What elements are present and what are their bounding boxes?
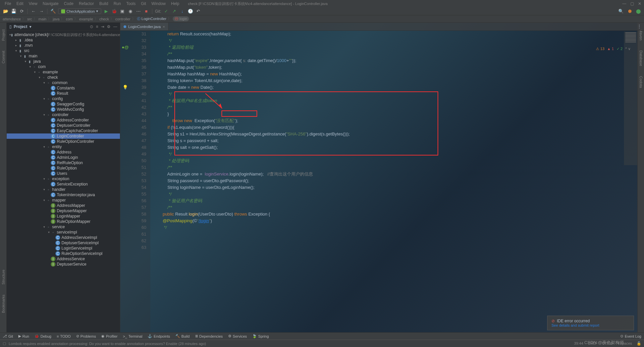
forward-icon[interactable]: → bbox=[38, 8, 44, 14]
breadcrumb-item[interactable]: example bbox=[79, 17, 93, 21]
tree-node[interactable]: ▾▮attendance [check] F:\CSDN项目训练\打卡系统N\c… bbox=[7, 32, 120, 37]
close-tab-icon[interactable]: × bbox=[163, 25, 165, 29]
event-log-button[interactable]: ⊙ Event Log bbox=[620, 334, 641, 338]
tree-node[interactable]: IAddressService bbox=[7, 256, 120, 262]
tree-node[interactable]: IAddressMapper bbox=[7, 203, 120, 208]
commit-tool-button[interactable]: Commit bbox=[1, 51, 5, 63]
tree-node[interactable]: ▾▫service bbox=[7, 224, 120, 230]
project-tool-button[interactable]: Project bbox=[1, 29, 5, 41]
tree-node[interactable]: ▾▫serviceImpl bbox=[7, 230, 120, 235]
tree-node[interactable]: ▾▫check bbox=[7, 75, 120, 80]
tool-dependencies[interactable]: ≣Dependencies bbox=[195, 334, 223, 338]
inspection-status[interactable]: ⚠ 13 ▲ 1 ✓ 2 ^ ∨ bbox=[596, 47, 631, 51]
tree-node[interactable]: CServiceException bbox=[7, 182, 120, 187]
ide-settings-icon[interactable]: ⬢ bbox=[627, 8, 633, 14]
tool-profiler[interactable]: ◉Profiler bbox=[101, 334, 118, 338]
tree-node[interactable]: CDeptuserController bbox=[7, 123, 120, 128]
menu-code[interactable]: Code bbox=[62, 1, 75, 7]
tool-endpoints[interactable]: ⚓Endpoints bbox=[148, 334, 170, 338]
tree-node[interactable]: ▾▫mapper bbox=[7, 198, 120, 203]
tree-node[interactable]: ▾▮main bbox=[7, 53, 120, 59]
menu-git[interactable]: Git bbox=[139, 1, 148, 7]
tree-node[interactable]: ▾▫handler bbox=[7, 187, 120, 192]
menu-view[interactable]: View bbox=[27, 1, 39, 7]
menu-help[interactable]: Help bbox=[169, 1, 181, 7]
tree-node[interactable]: ▸▮.idea bbox=[7, 37, 120, 43]
tool-git[interactable]: ⎇Git bbox=[3, 334, 13, 338]
status-icon[interactable]: ▢ bbox=[3, 341, 6, 346]
build-icon[interactable]: 🔨 bbox=[50, 8, 56, 14]
tree-node[interactable]: CRuleOptionController bbox=[7, 139, 120, 144]
tree-node[interactable]: ▾▫com bbox=[7, 64, 120, 69]
tree-node[interactable]: CRuleOption bbox=[7, 165, 120, 171]
tool-terminal[interactable]: >_Terminal bbox=[123, 334, 142, 338]
menu-tools[interactable]: Tools bbox=[124, 1, 138, 7]
run-icon[interactable]: ▶ bbox=[103, 8, 109, 14]
tree-node[interactable]: ILoginMapper bbox=[7, 214, 120, 219]
tool-services[interactable]: ⚙Services bbox=[228, 334, 247, 338]
tree-node[interactable]: ▾▫common bbox=[7, 80, 120, 85]
tree-node[interactable]: CResult bbox=[7, 91, 120, 96]
maximize-icon[interactable]: ▢ bbox=[630, 1, 634, 6]
menu-refactor[interactable]: Refactor bbox=[77, 1, 96, 7]
menu-window[interactable]: Window bbox=[149, 1, 168, 7]
close-icon[interactable]: ✕ bbox=[638, 1, 641, 6]
notification-link[interactable]: See details and submit report bbox=[551, 323, 630, 327]
expand-icon[interactable]: ≡ bbox=[96, 24, 98, 29]
tool-problems[interactable]: ⊘Problems bbox=[76, 334, 96, 338]
save-icon[interactable]: 💾 bbox=[11, 8, 17, 14]
search-icon[interactable]: 🔍 bbox=[618, 8, 624, 14]
error-notification[interactable]: ⊘IDE error occurred See details and subm… bbox=[547, 316, 634, 330]
tree-node[interactable]: CEasyCaptchaController bbox=[7, 128, 120, 133]
tree-node[interactable]: ▾▫controller bbox=[7, 112, 120, 117]
breadcrumb-item[interactable]: com bbox=[66, 17, 73, 21]
updates-icon[interactable]: ⬤ bbox=[635, 8, 641, 14]
chevron-down-icon[interactable]: ▾ bbox=[29, 24, 31, 29]
open-icon[interactable]: 📂 bbox=[3, 8, 9, 14]
git-history-icon[interactable]: 🕐 bbox=[187, 8, 193, 14]
git-commit-icon[interactable]: ↗ bbox=[171, 8, 177, 14]
back-icon[interactable]: ← bbox=[30, 8, 36, 14]
tree-node[interactable]: ▾▫exception bbox=[7, 176, 120, 182]
tree-node[interactable]: CConstants bbox=[7, 85, 120, 91]
editor-tab[interactable]: LoginController.java × bbox=[120, 23, 169, 30]
tree-node[interactable]: CLoginServiceImpl bbox=[7, 246, 120, 251]
breadcrumb-item[interactable]: ⓒ LoginController bbox=[137, 16, 167, 21]
tree-node[interactable]: CAddressServiceImpl bbox=[7, 235, 120, 240]
tree-node[interactable]: CSwaggerConfig bbox=[7, 101, 120, 107]
caret-position[interactable]: 39:44 bbox=[574, 341, 584, 346]
tree-node[interactable]: ▾▮src bbox=[7, 48, 120, 53]
tool-build[interactable]: 🔨Build bbox=[175, 334, 189, 338]
profile-icon[interactable]: ◉ bbox=[127, 8, 133, 14]
attach-icon[interactable]: ⋯ bbox=[135, 8, 141, 14]
tab-menu-icon[interactable]: ⋮ bbox=[635, 23, 644, 30]
tree-node[interactable]: CRelRuleOption bbox=[7, 160, 120, 165]
code-editor[interactable]: ●@💡 313233343536373839404142434445464748… bbox=[120, 31, 644, 333]
minimap[interactable] bbox=[624, 32, 637, 165]
breadcrumb-item[interactable]: main bbox=[38, 17, 46, 21]
menu-build[interactable]: Build bbox=[97, 1, 110, 7]
tree-node[interactable]: ▾▫entity bbox=[7, 144, 120, 149]
git-rollback-icon[interactable]: ↶ bbox=[195, 8, 201, 14]
tree-node[interactable]: IDeptuserService bbox=[7, 262, 120, 267]
tree-node[interactable]: ▸▮.mvn bbox=[7, 43, 120, 48]
tree-node[interactable]: CAddress bbox=[7, 149, 120, 155]
tool-debug[interactable]: 🐞Debug bbox=[34, 334, 51, 338]
structure-tool-button[interactable]: Structure bbox=[1, 270, 5, 285]
menu-edit[interactable]: Edit bbox=[14, 1, 25, 7]
breadcrumb-item[interactable]: attendance bbox=[3, 17, 21, 21]
tool-todo[interactable]: ≡TODO bbox=[57, 334, 71, 338]
tree-node[interactable]: IRuleOptionMapper bbox=[7, 219, 120, 224]
tool-run[interactable]: ▶Run bbox=[18, 334, 29, 338]
minimize-icon[interactable]: — bbox=[622, 1, 626, 6]
tree-node[interactable]: CAdminLogin bbox=[7, 155, 120, 160]
tree-node[interactable]: CDeptuserServiceImpl bbox=[7, 240, 120, 246]
breadcrumb-item[interactable]: ⓜ login bbox=[173, 16, 189, 21]
menu-run[interactable]: Run bbox=[112, 1, 123, 7]
tree-node[interactable]: IDeptuserMapper bbox=[7, 208, 120, 214]
run-configuration[interactable]: CheckApplication ▾ bbox=[58, 8, 101, 14]
menu-file[interactable]: File bbox=[3, 1, 13, 7]
tree-node[interactable]: ▾▫example bbox=[7, 69, 120, 75]
tree-node[interactable]: CTokenInterceptor.java bbox=[7, 192, 120, 198]
tree-node[interactable]: CLoginController bbox=[7, 133, 120, 139]
